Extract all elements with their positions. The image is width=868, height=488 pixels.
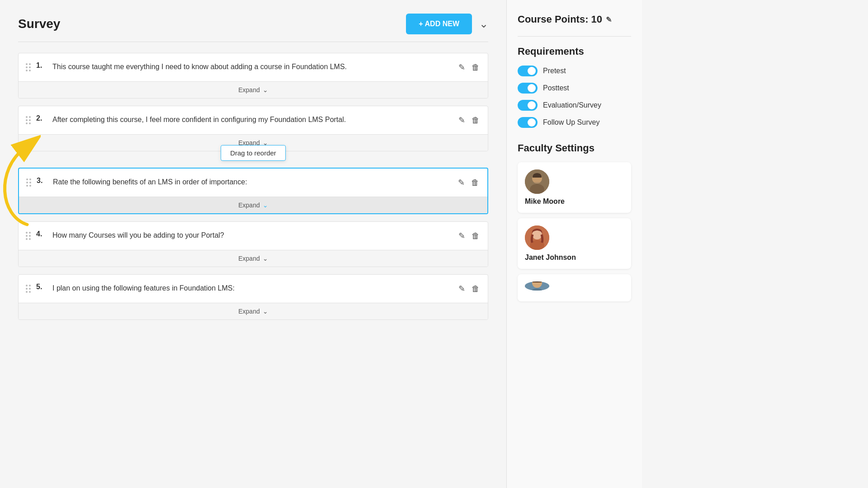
question-text: This course taught me everything I need … <box>52 61 452 72</box>
delete-question-button[interactable]: 🗑 <box>471 230 481 242</box>
collapse-chevron-icon[interactable]: ⌄ <box>479 18 488 30</box>
question-card: 5. I plan on using the following feature… <box>18 274 488 320</box>
faculty-name: Janet Johnson <box>525 253 576 262</box>
question-text: How many Courses will you be adding to y… <box>52 230 452 241</box>
question-body: 1. This course taught me everything I ne… <box>19 53 488 81</box>
requirement-label: Posttest <box>543 84 569 92</box>
requirement-label: Evaluation/Survey <box>543 101 601 109</box>
pretest-toggle[interactable] <box>518 66 538 76</box>
drag-handle[interactable] <box>26 61 31 71</box>
expand-label: Expand <box>238 308 259 315</box>
faculty-avatar <box>525 225 549 250</box>
expand-bar[interactable]: Expand ⌄ <box>19 197 487 213</box>
expand-bar[interactable]: Expand ⌄ <box>19 81 488 98</box>
expand-chevron-icon: ⌄ <box>263 308 268 315</box>
question-text: I plan on using the following features i… <box>52 283 452 294</box>
expand-chevron-icon: ⌄ <box>263 255 268 262</box>
delete-question-button[interactable]: 🗑 <box>471 115 481 126</box>
header-right: + ADD NEW ⌄ <box>406 14 488 34</box>
requirement-item: Follow Up Survey <box>518 117 631 128</box>
question-actions: ✎ 🗑 <box>458 114 481 126</box>
faculty-card: Janet Johnson <box>518 218 631 269</box>
right-sidebar: Course Points: 10 ✎ Requirements Pretest… <box>506 0 642 488</box>
faculty-card <box>518 274 631 301</box>
delete-question-button[interactable]: 🗑 <box>470 177 480 188</box>
add-new-label: + ADD NEW <box>419 20 459 28</box>
expand-label: Expand <box>238 255 259 262</box>
question-number: 4. <box>36 230 47 238</box>
question-number: 2. <box>36 114 47 122</box>
question-card: 3. Rate the following benefits of an LMS… <box>18 168 488 214</box>
question-body: 2. After completing this course, I feel … <box>19 106 488 134</box>
faculty-card: Mike Moore <box>518 162 631 213</box>
faculty-settings-title: Faculty Settings <box>518 142 631 154</box>
question-text: Rate the following benefits of an LMS in… <box>53 177 452 188</box>
expand-chevron-icon: ⌄ <box>263 86 268 94</box>
question-card: 2. After completing this course, I feel … <box>18 106 488 151</box>
edit-question-button[interactable]: ✎ <box>458 230 466 242</box>
drag-handle[interactable] <box>26 283 31 293</box>
faculty-avatar <box>525 282 549 291</box>
evaluation-survey-toggle[interactable] <box>518 100 538 111</box>
drag-handle[interactable] <box>26 230 31 240</box>
drag-handle[interactable] <box>26 177 31 187</box>
toggle-slider <box>518 83 538 94</box>
question-text: After completing this course, I feel mor… <box>52 114 452 125</box>
question-actions: ✎ 🗑 <box>458 283 481 295</box>
question-body: 3. Rate the following benefits of an LMS… <box>19 169 487 197</box>
requirement-item: Posttest <box>518 83 631 94</box>
survey-header: Survey + ADD NEW ⌄ <box>18 14 488 42</box>
course-points-label: Course Points: 10 <box>518 14 602 25</box>
survey-title: Survey <box>18 17 60 31</box>
divider <box>518 36 631 37</box>
requirements-section: Requirements Pretest Posttest Evaluation… <box>518 46 631 128</box>
question-card: 1. This course taught me everything I ne… <box>18 53 488 99</box>
faculty-name: Mike Moore <box>525 197 565 206</box>
posttest-toggle[interactable] <box>518 83 538 94</box>
delete-question-button[interactable]: 🗑 <box>471 62 481 73</box>
svg-point-8 <box>533 230 542 239</box>
expand-label: Expand <box>238 202 259 209</box>
requirements-title: Requirements <box>518 46 631 57</box>
questions-wrapper: 1. This course taught me everything I ne… <box>18 53 488 327</box>
question-number: 3. <box>37 177 47 185</box>
question-actions: ✎ 🗑 <box>457 177 480 188</box>
toggle-slider <box>518 100 538 111</box>
course-points-section: Course Points: 10 ✎ <box>518 14 631 25</box>
expand-chevron-icon: ⌄ <box>263 202 268 209</box>
follow-up-survey-toggle[interactable] <box>518 117 538 128</box>
requirement-item: Evaluation/Survey <box>518 100 631 111</box>
requirement-label: Pretest <box>543 67 566 75</box>
expand-bar[interactable]: Expand ⌄ <box>19 250 488 267</box>
toggle-slider <box>518 117 538 128</box>
questions-list: 1. This course taught me everything I ne… <box>18 53 488 327</box>
requirement-item: Pretest <box>518 66 631 76</box>
drag-reorder-tooltip: Drag to reorder <box>221 145 286 161</box>
edit-course-points-icon[interactable]: ✎ <box>606 15 612 24</box>
edit-question-button[interactable]: ✎ <box>458 283 466 295</box>
question-number: 5. <box>36 283 47 291</box>
expand-label: Expand <box>238 86 259 94</box>
faculty-avatar <box>525 169 549 194</box>
edit-question-button[interactable]: ✎ <box>457 177 466 188</box>
add-new-button[interactable]: + ADD NEW <box>406 14 472 34</box>
requirement-label: Follow Up Survey <box>543 118 599 127</box>
question-card: 4. How many Courses will you be adding t… <box>18 221 488 267</box>
question-actions: ✎ 🗑 <box>458 230 481 242</box>
edit-question-button[interactable]: ✎ <box>458 114 466 126</box>
toggle-slider <box>518 66 538 76</box>
expand-bar[interactable]: Expand ⌄ <box>19 303 488 319</box>
question-number: 1. <box>36 61 47 70</box>
question-body: 5. I plan on using the following feature… <box>19 275 488 303</box>
question-actions: ✎ 🗑 <box>458 61 481 73</box>
delete-question-button[interactable]: 🗑 <box>471 283 481 295</box>
faculty-settings-section: Faculty Settings Mike Moore <box>518 142 631 301</box>
question-body: 4. How many Courses will you be adding t… <box>19 222 488 250</box>
edit-question-button[interactable]: ✎ <box>458 61 466 73</box>
drag-handle[interactable] <box>26 114 31 124</box>
